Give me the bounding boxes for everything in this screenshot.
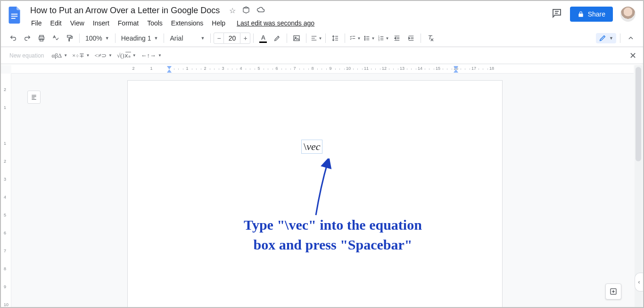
paragraph-style-selector[interactable]: Heading 1▼	[118, 32, 161, 44]
menu-tools[interactable]: Tools	[143, 17, 166, 29]
clear-formatting-button[interactable]	[424, 32, 437, 45]
eq-arrows-button[interactable]: ←↑→▼	[141, 52, 162, 59]
font-selector[interactable]: Arial▼	[167, 32, 207, 44]
increase-indent-button[interactable]	[405, 32, 418, 45]
svg-rect-8	[67, 35, 71, 37]
close-equation-toolbar-icon[interactable]: ✕	[629, 50, 636, 61]
insert-image-button[interactable]	[290, 32, 303, 45]
last-edit-link[interactable]: Last edit was seconds ago	[233, 17, 318, 29]
eq-relations-button[interactable]: <≠⊃▼	[95, 52, 112, 59]
svg-rect-1	[11, 16, 18, 17]
menu-view[interactable]: View	[66, 17, 88, 29]
vertical-scrollbar[interactable]	[635, 65, 642, 307]
highlight-color-button[interactable]	[271, 32, 284, 45]
editing-mode-button[interactable]: ▼	[596, 33, 616, 43]
style-value: Heading 1	[121, 34, 151, 42]
comments-icon[interactable]	[551, 8, 562, 21]
cloud-status-icon[interactable]	[256, 6, 265, 16]
font-size-increase[interactable]: +	[240, 33, 250, 44]
account-avatar[interactable]	[620, 7, 636, 22]
undo-button[interactable]	[7, 32, 20, 45]
svg-point-21	[364, 38, 365, 39]
svg-rect-2	[11, 18, 16, 19]
line-spacing-button[interactable]	[329, 32, 342, 45]
eq-greek-button[interactable]: αβΔ▼	[51, 52, 67, 59]
redo-button[interactable]	[21, 32, 34, 45]
menu-edit[interactable]: Edit	[47, 17, 66, 29]
vertical-ruler[interactable]: 2112345678910	[1, 74, 11, 307]
equation-text: vec	[306, 141, 320, 152]
eq-math-button[interactable]: √()x͞ₐ▼	[117, 52, 136, 59]
font-size-input[interactable]: 20	[224, 33, 240, 44]
zoom-selector[interactable]: 100%▼	[83, 32, 112, 44]
annotation-arrow	[302, 158, 339, 220]
side-panel-toggle[interactable]: ‹	[635, 273, 643, 291]
paint-format-button[interactable]	[63, 32, 76, 45]
menu-extensions[interactable]: Extensions	[167, 17, 207, 29]
share-button[interactable]: Share	[570, 7, 613, 22]
svg-text:3: 3	[378, 39, 380, 42]
annotation-line-1: Type "\vec" into the equation	[206, 215, 460, 235]
scrollbar-thumb[interactable]	[636, 67, 641, 161]
align-button[interactable]: ▼	[309, 32, 322, 45]
svg-rect-0	[11, 14, 18, 15]
svg-point-19	[364, 36, 365, 37]
annotation-text: Type "\vec" into the equation box and pr…	[206, 215, 460, 255]
document-outline-button[interactable]	[27, 91, 41, 104]
menu-file[interactable]: File	[27, 17, 46, 29]
numbered-list-button[interactable]: 123▼	[376, 32, 389, 45]
move-icon[interactable]	[242, 6, 250, 16]
main-toolbar: 100%▼ Heading 1▼ Arial▼ − 20 + A ▼ ▼ ▼ 1…	[1, 29, 643, 47]
checklist-button[interactable]: ▼	[348, 32, 361, 45]
annotation-line-2: box and press "Spacebar"	[206, 235, 460, 255]
svg-rect-9	[294, 36, 299, 41]
font-value: Arial	[170, 34, 183, 42]
document-area: 21123456789101112131415161718 2112345678…	[1, 65, 643, 307]
star-icon[interactable]: ☆	[229, 6, 236, 16]
menu-insert[interactable]: Insert	[89, 17, 113, 29]
document-title[interactable]: How to Put an Arrow Over a Letter in Goo…	[27, 5, 223, 17]
zoom-value: 100%	[85, 34, 102, 42]
equation-input-box[interactable]: \vec	[301, 140, 322, 154]
horizontal-ruler[interactable]: 21123456789101112131415161718	[11, 65, 634, 74]
bulleted-list-button[interactable]: ▼	[362, 32, 375, 45]
print-button[interactable]	[35, 32, 48, 45]
explore-button[interactable]	[605, 283, 621, 300]
new-equation-button: New equation	[7, 52, 47, 59]
share-label: Share	[588, 10, 605, 18]
eq-operators-button[interactable]: ×÷∓▼	[72, 52, 90, 59]
hide-menus-button[interactable]	[624, 32, 637, 45]
spellcheck-button[interactable]	[49, 32, 62, 45]
decrease-indent-button[interactable]	[390, 32, 404, 45]
svg-point-23	[364, 40, 365, 41]
docs-logo[interactable]	[6, 6, 25, 25]
text-color-button[interactable]: A	[256, 32, 270, 45]
menu-help[interactable]: Help	[208, 17, 229, 29]
font-size-decrease[interactable]: −	[214, 33, 224, 44]
equation-toolbar: New equation αβΔ▼ ×÷∓▼ <≠⊃▼ √()x͞ₐ▼ ←↑→▼…	[1, 47, 643, 64]
menu-format[interactable]: Format	[114, 17, 142, 29]
